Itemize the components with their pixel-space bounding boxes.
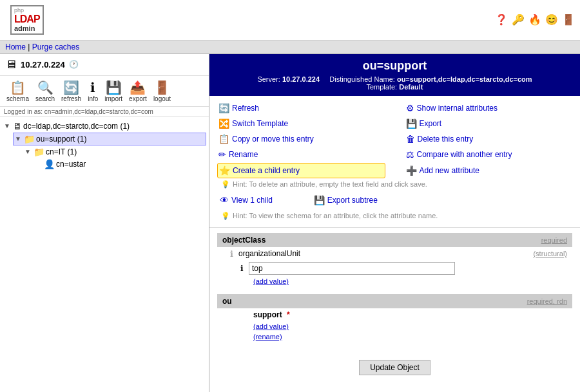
logo-admin: admin	[14, 24, 40, 32]
schema-button[interactable]: 📋 schema	[4, 79, 32, 104]
topbar-icons: ❓ 🔑 🔥 😊 🚪	[495, 14, 575, 26]
tree-row-support[interactable]: ▼ 📁 ou=support (1)	[13, 133, 206, 145]
expand-icon-it: ▼	[24, 148, 32, 155]
info-icon-top[interactable]: ℹ	[240, 264, 244, 273]
import-label: import	[104, 95, 122, 102]
right-panel: ou=support Server: 10.27.0.224 Distingui…	[209, 54, 580, 392]
fire-icon[interactable]: 🔥	[528, 14, 541, 26]
export-subtree-label: Export subtree	[327, 196, 378, 205]
compare-label: Compare with another entry	[417, 150, 512, 159]
logo-ldap: LDAP	[14, 14, 40, 24]
compare-action[interactable]: ⚖ Compare with another entry	[405, 147, 573, 162]
hint-schema: 💡 Hint: To view the schema for an attrib…	[217, 210, 572, 222]
template-label: Template:	[366, 83, 397, 91]
ustar-icon: 👤	[44, 159, 55, 169]
compare-icon: ⚖	[406, 149, 414, 160]
tree-row-it[interactable]: ▼ 📁 cn=IT (1)	[23, 146, 206, 158]
topbar: php LDAP admin ❓ 🔑 🔥 😊 🚪	[0, 0, 580, 41]
switch-template-icon: 🔀	[218, 118, 229, 129]
export-action-icon: 💾	[406, 118, 417, 129]
view-child-action[interactable]: 👁 View 1 child	[218, 193, 274, 207]
structural-link[interactable]: (structural)	[533, 250, 567, 257]
logout-icon[interactable]: 🚪	[562, 14, 575, 26]
logout-button[interactable]: 🚪 logout	[151, 79, 173, 104]
tree-children-it: 👤 cn=ustar	[23, 158, 206, 171]
objectclass-name: objectClass	[222, 236, 266, 245]
logout-label: logout	[153, 95, 171, 102]
left-panel: 🖥 10.27.0.224 🕐 📋 schema 🔍 search 🔄 refr…	[0, 54, 209, 392]
ou-rename[interactable]: (rename)	[217, 331, 572, 342]
entry-template: Template: Default	[215, 83, 575, 91]
tree-row-dc[interactable]: ▼ 🖥 dc=ldap,dc=starcto,dc=com (1)	[3, 120, 206, 132]
export-subtree-icon: 💾	[314, 195, 325, 205]
add-attribute-action[interactable]: ➕ Add new attribute	[405, 163, 573, 178]
objectclass-orgunit-row: ℹ organizationalUnit (structural)	[217, 247, 572, 261]
refresh-button[interactable]: 🔄 refresh	[59, 79, 84, 104]
ou-add-value[interactable]: (add value)	[217, 321, 572, 331]
hint-bulb-icon: 💡	[221, 180, 230, 189]
expand-icon: ▼	[4, 122, 12, 129]
copy-move-label: Copy or move this entry	[232, 135, 314, 144]
copy-move-icon: 📋	[218, 134, 229, 144]
add-attribute-icon: ➕	[406, 165, 417, 176]
switch-template-action[interactable]: 🔀 Switch Template	[217, 117, 385, 131]
info-button[interactable]: ℹ info	[85, 79, 101, 104]
left-toolbar: 📋 schema 🔍 search 🔄 refresh ℹ info 💾 imp…	[0, 76, 209, 107]
template-value: Default	[399, 83, 423, 91]
secondary-actions: 👁 View 1 child 💾 Export subtree	[217, 191, 572, 210]
it-label: cn=IT (1)	[46, 147, 77, 156]
navbar: Home | Purge caches	[0, 41, 580, 54]
view-child-icon: 👁	[220, 195, 229, 205]
delete-action[interactable]: 🗑 Delete this entry	[405, 132, 573, 146]
refresh-action[interactable]: 🔄 Refresh	[217, 101, 385, 115]
actions-grid: 🔄 Refresh ⚙ Show internal attributes 🔀 S…	[217, 101, 572, 178]
rename-label: Rename	[229, 150, 258, 159]
export-action[interactable]: 💾 Export	[405, 117, 573, 131]
export-icon: 📤	[130, 80, 146, 95]
create-child-label: Create a child entry	[233, 166, 300, 175]
objectclass-add-value[interactable]: (add value)	[217, 276, 572, 286]
expand-icon-support: ▼	[15, 135, 23, 142]
entry-meta: Server: 10.27.0.224 Distinguished Name: …	[215, 75, 575, 83]
rename-action[interactable]: ✏ Rename	[217, 147, 385, 162]
copy-move-action[interactable]: 📋 Copy or move this entry	[217, 132, 385, 146]
tree-row-ustar[interactable]: 👤 cn=ustar	[34, 158, 206, 170]
clock-icon: 🕐	[69, 60, 79, 69]
support-label: ou=support (1)	[36, 135, 86, 144]
objectclass-required-link[interactable]: required	[541, 236, 567, 244]
smiley-icon[interactable]: 😊	[545, 14, 558, 26]
search-button[interactable]: 🔍 search	[33, 79, 57, 104]
ou-asterisk: *	[287, 310, 290, 319]
schema-icon: 📋	[10, 80, 26, 95]
import-button[interactable]: 💾 import	[102, 79, 125, 104]
attributes-area: objectClass required ℹ organizationalUni…	[209, 228, 580, 355]
create-child-action[interactable]: ⭐ Create a child entry	[217, 163, 385, 178]
refresh-action-label: Refresh	[232, 104, 259, 113]
info-label: info	[88, 95, 98, 102]
export-button[interactable]: 📤 export	[126, 79, 150, 104]
info-icon-orgunit[interactable]: ℹ	[230, 249, 233, 259]
main-layout: 🖥 10.27.0.224 🕐 📋 schema 🔍 search 🔄 refr…	[0, 54, 580, 392]
ou-required-link[interactable]: required, rdn	[527, 297, 567, 305]
objectclass-section: objectClass required ℹ organizationalUni…	[217, 233, 572, 286]
help-icon[interactable]: ❓	[495, 14, 508, 26]
update-section: Update Object	[209, 355, 580, 380]
dc-icon: 🖥	[13, 121, 22, 131]
server-value: 10.27.0.224	[282, 75, 320, 83]
objectclass-header: objectClass required	[217, 233, 572, 247]
dn-value: ou=support,dc=ldap,dc=starcto,dc=com	[397, 75, 532, 83]
view-child-label: View 1 child	[231, 196, 273, 205]
update-button[interactable]: Update Object	[359, 360, 430, 375]
show-internal-icon: ⚙	[406, 103, 414, 113]
home-link[interactable]: Home	[5, 42, 26, 51]
objectclass-top-input[interactable]	[249, 262, 455, 275]
info-icon: ℹ	[90, 80, 95, 95]
server-icon: 🖥	[5, 58, 17, 71]
search-label: search	[35, 95, 55, 102]
dn-label: Distinguished Name:	[329, 75, 395, 83]
purge-caches-link[interactable]: Purge caches	[32, 42, 79, 51]
key-icon[interactable]: 🔑	[512, 14, 525, 26]
show-internal-action[interactable]: ⚙ Show internal attributes	[405, 101, 573, 115]
tree-node-root: ▼ 🖥 dc=ldap,dc=starcto,dc=com (1) ▼ 📁 ou…	[3, 120, 206, 173]
export-subtree-action[interactable]: 💾 Export subtree	[313, 193, 379, 207]
